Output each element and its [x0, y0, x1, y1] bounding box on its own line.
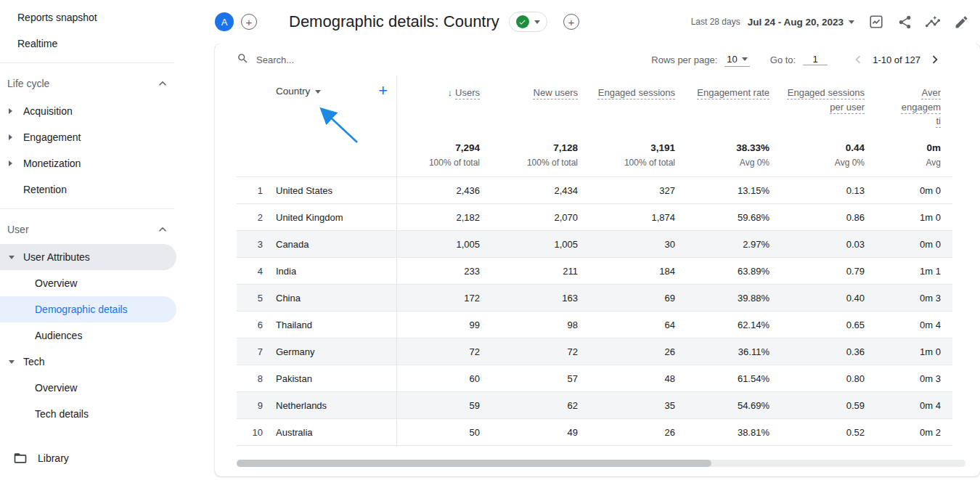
sidebar-item-user-attributes-demographic-details[interactable]: Demographic details	[0, 296, 176, 322]
totals-value: 0m	[876, 142, 941, 153]
arrow-right-icon	[9, 160, 23, 166]
table-row[interactable]: 8Pakistan60574861.54%0.800m 3	[237, 365, 952, 391]
row-metric-cell: 63.89%	[687, 266, 781, 277]
add-report-button[interactable]: +	[563, 14, 579, 30]
row-country: India	[276, 266, 296, 277]
country-dimension-label: Country	[276, 84, 310, 99]
report-status-badge[interactable]	[509, 12, 547, 32]
row-dimension-cell: 10Australia	[237, 419, 397, 445]
column-header-label: New users	[534, 87, 578, 98]
totals-sublabel: Avg 0%	[687, 158, 769, 168]
column-header-aver[interactable]: Aver engagem ti	[876, 76, 952, 139]
sidebar-item-tech[interactable]: Tech	[0, 349, 203, 375]
row-metric-cell: 48	[589, 373, 687, 384]
row-metric-cell: 62.14%	[687, 320, 781, 330]
row-rank: 1	[241, 185, 263, 196]
column-header-users[interactable]: ↓Users	[397, 76, 491, 139]
sidebar-item-realtime[interactable]: Realtime	[0, 30, 203, 57]
row-country: Thailand	[276, 320, 312, 330]
sidebar-item-acquisition[interactable]: Acquisition	[0, 98, 203, 124]
date-range-preset: Last 28 days	[691, 17, 740, 27]
totals-value: 0.44	[781, 142, 865, 153]
column-header-new-users[interactable]: New users	[491, 76, 589, 139]
chevron-down-icon	[315, 90, 321, 94]
sidebar: Reports snapshotRealtimeLife cycleAcquis…	[0, 0, 203, 480]
row-metric-cell: 2,070	[491, 212, 589, 223]
column-header-engaged-sessions[interactable]: Engaged sessions	[589, 76, 687, 139]
sidebar-item-library[interactable]: Library	[12, 450, 69, 467]
previous-page-button[interactable]	[849, 51, 867, 68]
sidebar-item-tech-tech-details[interactable]: Tech details	[0, 401, 203, 427]
sidebar-item-user-attributes-overview[interactable]: Overview	[0, 270, 203, 296]
totals-cell: 0mAvg	[876, 139, 952, 176]
table-row[interactable]: 10Australia50492638.81%0.520m 2	[237, 418, 952, 445]
add-dimension-button[interactable]: +	[378, 84, 388, 97]
row-metric-cell: 72	[491, 346, 589, 357]
sidebar-item-user-attributes-audiences[interactable]: Audiences	[0, 322, 203, 349]
row-metric-cell: 211	[491, 266, 589, 277]
search-input[interactable]	[256, 54, 387, 65]
row-metric-cell: 1,005	[491, 239, 589, 250]
table-row[interactable]: 6Thailand99986462.14%0.650m 4	[237, 311, 952, 338]
arrow-right-icon	[9, 108, 23, 114]
add-avatar-button[interactable]: +	[241, 14, 257, 30]
ga4-app: Reports snapshotRealtimeLife cycleAcquis…	[0, 0, 980, 480]
table-row[interactable]: 3Canada1,0051,005302.97%0.030m 0	[237, 230, 952, 257]
divider	[0, 62, 174, 63]
country-dimension-dropdown[interactable]: Country	[276, 84, 321, 99]
comparisons-icon[interactable]	[867, 13, 885, 30]
chevron-down-icon	[742, 57, 748, 61]
horizontal-scrollbar[interactable]	[237, 460, 965, 467]
column-header-engaged-sessions-per-user[interactable]: Engaged sessions per user	[781, 76, 876, 139]
table-row[interactable]: 5China1721636939.88%0.400m 3	[237, 284, 952, 311]
section-header-user[interactable]: User	[0, 215, 203, 244]
column-header-engagement-rate[interactable]: Engagement rate	[687, 76, 781, 139]
report-header: A + Demographic details: Country + Last …	[203, 0, 980, 44]
scrollbar-thumb[interactable]	[237, 460, 711, 467]
next-page-button[interactable]	[926, 51, 944, 68]
table-row[interactable]: 9Netherlands59623554.69%0.590m 4	[237, 391, 952, 418]
sidebar-item-tech-overview[interactable]: Overview	[0, 375, 203, 401]
row-metric-cell: 0.36	[781, 346, 876, 357]
insights-icon[interactable]	[924, 13, 942, 30]
row-dimension-cell: 8Pakistan	[237, 365, 397, 391]
avatar[interactable]: A	[215, 12, 234, 31]
totals-cell: 0.44Avg 0%	[781, 139, 876, 176]
row-metric-cell: 0.59	[781, 400, 876, 411]
go-to-input[interactable]	[803, 54, 828, 65]
row-metric-cell: 233	[397, 266, 491, 277]
row-rank: 7	[241, 346, 263, 357]
sidebar-item-user-attributes[interactable]: User Attributes	[0, 244, 176, 270]
sidebar-item-label: Reports snapshot	[17, 12, 97, 23]
section-header-life-cycle[interactable]: Life cycle	[0, 69, 203, 98]
sidebar-item-monetization[interactable]: Monetization	[0, 150, 203, 176]
row-country: Netherlands	[276, 400, 327, 411]
row-metric-cell: 50	[397, 427, 491, 438]
row-metric-cell: 0.03	[781, 239, 876, 250]
row-metric-cell: 0m 2	[876, 427, 952, 438]
table-row[interactable]: 7Germany72722636.11%0.361m 0	[237, 338, 952, 365]
row-metric-cell: 2.97%	[687, 239, 781, 250]
row-country: China	[276, 293, 301, 304]
sidebar-item-label: Audiences	[35, 330, 82, 341]
sidebar-item-label: Retention	[23, 184, 67, 195]
sidebar-item-retention[interactable]: Retention	[0, 176, 203, 203]
table-row[interactable]: 4India23321118463.89%0.791m 1	[237, 257, 952, 284]
sidebar-item-reports-snapshot[interactable]: Reports snapshot	[0, 4, 203, 30]
table-row[interactable]: 1United States2,4362,43432713.15%0.130m …	[237, 176, 952, 203]
sidebar-item-engagement[interactable]: Engagement	[0, 124, 203, 150]
row-metric-cell: 13.15%	[687, 185, 781, 196]
column-header-label: Engagement rate	[697, 87, 769, 98]
row-metric-cell: 99	[397, 320, 491, 330]
date-range-picker[interactable]: Jul 24 - Aug 20, 2023	[748, 17, 854, 28]
share-icon[interactable]	[896, 13, 913, 30]
row-country: Australia	[276, 427, 313, 438]
row-metric-cell: 69	[589, 293, 687, 304]
row-metric-cell: 36.11%	[687, 346, 781, 357]
row-dimension-cell: 5China	[237, 285, 397, 311]
table-row[interactable]: 2United Kingdom2,1822,0701,87459.68%0.86…	[237, 203, 952, 230]
edit-icon[interactable]	[952, 13, 970, 30]
row-metric-cell: 64	[589, 320, 687, 330]
rows-per-page-select[interactable]: 10	[724, 52, 749, 67]
report-card: Rows per page: 10 Go to: 1-10 of 127	[215, 44, 980, 476]
